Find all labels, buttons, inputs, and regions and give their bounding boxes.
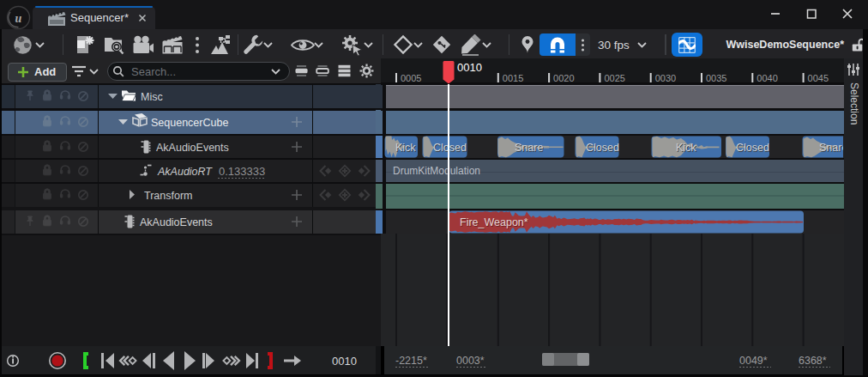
svg-text:Snare: Snare	[515, 142, 543, 154]
svg-text:AkAudioEvents: AkAudioEvents	[156, 142, 229, 154]
svg-text:Snare: Snare	[819, 142, 844, 154]
svg-text:Kick: Kick	[395, 142, 416, 154]
svg-text:Fire_Weapon*: Fire_Weapon*	[460, 216, 528, 228]
svg-text:Transform: Transform	[144, 190, 193, 202]
svg-text:SequencerCube: SequencerCube	[151, 117, 228, 129]
svg-text:AkAudioEvents: AkAudioEvents	[140, 216, 213, 228]
svg-text:0.133333: 0.133333	[219, 165, 265, 178]
svg-text:u: u	[15, 12, 22, 25]
svg-text:0003*: 0003*	[456, 355, 485, 367]
svg-text:0049*: 0049*	[739, 355, 768, 367]
svg-text:Closed: Closed	[736, 142, 769, 154]
svg-text:Closed: Closed	[433, 142, 467, 154]
svg-text:-2215*: -2215*	[395, 355, 427, 367]
svg-text:AkAudioRT: AkAudioRT	[157, 166, 213, 178]
svg-text:Kick: Kick	[676, 142, 696, 154]
svg-text:Misc: Misc	[141, 91, 163, 103]
svg-text:0010: 0010	[332, 355, 357, 368]
svg-text:Closed: Closed	[586, 142, 619, 154]
svg-text:6368*: 6368*	[799, 355, 827, 367]
